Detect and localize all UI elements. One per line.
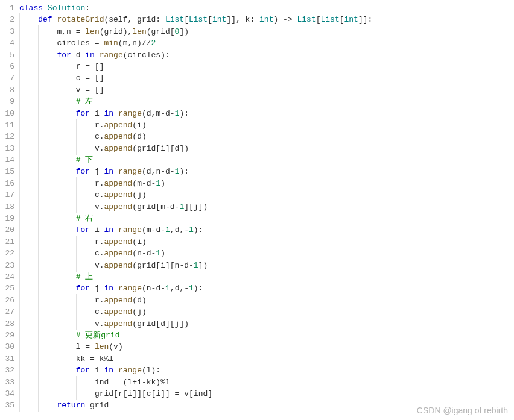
token-sym: [ (156, 319, 160, 328)
token-var: r (95, 296, 100, 305)
token-def: append (104, 319, 133, 328)
line-number: 35 (0, 400, 14, 411)
token-var: d (137, 296, 142, 305)
token-sym: ( (118, 39, 123, 48)
token-sym: = (85, 354, 99, 363)
code-line: v = [] (19, 84, 514, 96)
token-var: j (95, 167, 100, 176)
token-var: i (95, 225, 100, 234)
line-number: 24 (0, 271, 14, 283)
token-cmt: # 右 (76, 214, 94, 223)
token-kw: for (76, 366, 90, 375)
token-kw: for (76, 167, 90, 176)
token-sym: = [] (80, 62, 104, 71)
token-sym: [ (208, 15, 212, 24)
code-line: for i in range(d,m-d-1): (19, 108, 514, 119)
token-sym: = [] (80, 86, 104, 95)
token-sym: ( (132, 179, 137, 188)
line-number: 13 (0, 143, 14, 154)
token-sym: ), (123, 27, 133, 36)
token-txt (90, 109, 95, 118)
token-var: r (118, 389, 123, 398)
token-var: c (95, 190, 100, 199)
line-number: 7 (0, 72, 14, 84)
token-txt (85, 401, 90, 410)
token-sym: ]], (226, 15, 245, 24)
token-var: r (95, 121, 100, 130)
token-num: 1 (165, 225, 170, 234)
token-def: append (104, 307, 133, 316)
token-var: c (95, 249, 100, 258)
token-sym: [ (340, 15, 344, 24)
token-def: append (104, 296, 133, 305)
token-sym: - (142, 179, 147, 188)
token-var: kk (147, 378, 156, 387)
token-sym: ]) (179, 27, 189, 36)
token-sym: ( (132, 202, 137, 212)
token-sym: = ( (109, 378, 127, 387)
token-sym: . (100, 121, 104, 130)
token-var: d (147, 249, 151, 258)
token-txt (71, 51, 76, 60)
token-sym: )// (137, 39, 151, 48)
code-line: # 更新grid (19, 330, 514, 341)
token-sym: - (160, 284, 165, 293)
token-var: i (137, 378, 142, 387)
line-number: 17 (0, 189, 14, 201)
code-line: # 左 (19, 96, 514, 107)
token-var: d (147, 167, 151, 176)
token-sym: : (156, 15, 165, 24)
code-line: v.append(grid[m-d-1][j]) (19, 201, 514, 213)
line-number: 9 (0, 96, 14, 107)
token-sym: , (170, 225, 175, 234)
token-cmt: # 左 (76, 97, 94, 106)
line-number: 18 (0, 201, 14, 213)
token-sym: ( (132, 261, 137, 270)
token-sym: ]][ (132, 389, 146, 398)
token-sym: ( (132, 144, 137, 153)
code-line: v.append(grid[i][d]) (19, 143, 514, 154)
token-sym: ( (142, 284, 147, 293)
token-var: grid (137, 319, 156, 328)
token-sym: ( (142, 366, 147, 375)
token-sym: ( (132, 121, 137, 130)
token-sym: ][ (184, 202, 194, 212)
token-var: n (147, 284, 151, 293)
token-sym: - (142, 249, 147, 258)
code-line: grid[r[i]][c[i]] = v[ind] (19, 388, 514, 400)
code-line: c.append(n-d-1) (19, 248, 514, 259)
line-number: 12 (0, 131, 14, 142)
token-var: l (147, 366, 151, 375)
token-var: circles (57, 39, 90, 48)
token-var: d (165, 167, 170, 176)
token-txt (100, 167, 104, 176)
token-sym: [ (189, 389, 194, 398)
token-var: r (95, 237, 100, 246)
token-sym: ( (132, 307, 137, 316)
code-line: for j in range(d,n-d-1): (19, 166, 514, 177)
line-number: 33 (0, 377, 14, 388)
token-def: len (132, 27, 146, 36)
token-sym: - (189, 261, 194, 270)
token-var: d (170, 202, 175, 212)
token-def: range (118, 109, 142, 118)
token-sym: - (142, 378, 147, 387)
token-sym: [ (184, 15, 189, 24)
token-var: ind (194, 389, 208, 398)
line-number: 30 (0, 341, 14, 353)
token-sym: - (160, 167, 165, 176)
token-sym: ][ (165, 261, 175, 270)
token-sym: ( (132, 190, 137, 199)
token-sym: ( (109, 342, 113, 351)
token-sym: ): (160, 51, 170, 60)
token-var: i (137, 121, 142, 130)
token-var: grid (137, 202, 156, 212)
token-sym: - (170, 167, 175, 176)
token-sym: . (100, 144, 104, 153)
token-kw: def (38, 15, 52, 24)
token-kw: in (85, 51, 95, 60)
token-sym: = (71, 27, 85, 36)
token-sym: [ (170, 27, 175, 36)
token-type: int (212, 15, 226, 24)
token-sym: , (127, 15, 137, 24)
